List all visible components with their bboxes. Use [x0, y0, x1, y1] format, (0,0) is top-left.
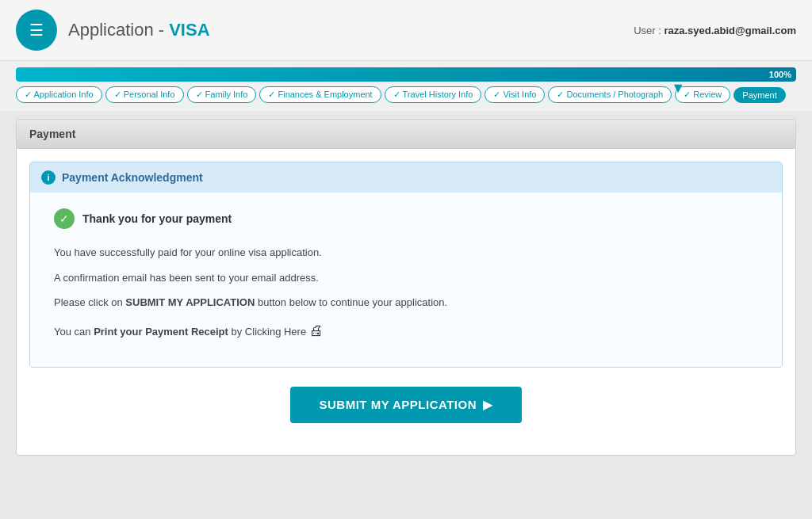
- ack-line-4-prefix: You can: [54, 326, 94, 338]
- success-row: ✓ Thank you for your payment: [54, 208, 758, 229]
- header-left: ☰ Application - VISA: [16, 10, 210, 51]
- step-family-info[interactable]: ✓ Family Info: [187, 86, 257, 103]
- info-icon: i: [41, 170, 56, 185]
- ack-line-3: Please click on SUBMIT MY APPLICATION bu…: [54, 295, 758, 311]
- logo-icon: ☰: [29, 22, 44, 38]
- submit-button-label: SUBMIT MY APPLICATION: [319, 398, 477, 411]
- acknowledgment-header: i Payment Acknowledgment: [30, 162, 782, 193]
- submit-application-button[interactable]: SUBMIT MY APPLICATION ▶: [290, 387, 521, 423]
- main-container: Payment i Payment Acknowledgment ✓ Thank…: [16, 119, 796, 456]
- app-label: Application -: [68, 20, 169, 40]
- submit-arrow-icon: ▶: [483, 398, 493, 412]
- ack-line-3-prefix: Please click on: [54, 296, 125, 308]
- step-application-info[interactable]: ✓ Application Info: [16, 86, 102, 103]
- print-link[interactable]: 🖨: [309, 320, 324, 342]
- step-documents-photograph[interactable]: ✓ Documents / Photograph: [548, 86, 672, 103]
- steps-bar: ▼ ✓ Application Info ✓ Personal Info ✓ F…: [0, 82, 812, 111]
- app-title-bold: VISA: [169, 20, 209, 40]
- submit-area: SUBMIT MY APPLICATION ▶: [29, 368, 783, 442]
- acknowledgment-content: ✓ Thank you for your payment You have su…: [30, 193, 782, 367]
- success-checkmark-icon: ✓: [54, 208, 75, 229]
- panel-header: Payment: [17, 120, 795, 149]
- ack-line-2: A confirmation email has been sent to yo…: [54, 270, 758, 286]
- panel-body: i Payment Acknowledgment ✓ Thank you for…: [17, 149, 795, 455]
- step-personal-info[interactable]: ✓ Personal Info: [105, 86, 184, 103]
- ack-line-3-suffix: button below to continue your applicatio…: [255, 296, 447, 308]
- printer-icon: 🖨: [309, 320, 324, 342]
- step-travel-history-info[interactable]: ✓ Travel History Info: [385, 86, 482, 103]
- user-label: User :: [634, 25, 661, 36]
- progress-label: 100%: [769, 70, 791, 79]
- user-info: User : raza.syed.abid@gmail.com: [634, 25, 796, 36]
- panel-title: Payment: [29, 128, 75, 140]
- acknowledgment-header-title: Payment Acknowledgment: [62, 171, 203, 184]
- logo-circle: ☰: [16, 10, 57, 51]
- user-email: raza.syed.abid@gmail.com: [664, 25, 796, 36]
- progress-bar-container: 100%: [0, 61, 812, 82]
- ack-line-1: You have successfully paid for your onli…: [54, 245, 758, 261]
- step-payment[interactable]: Payment: [733, 87, 785, 103]
- app-title: Application - VISA: [68, 20, 210, 40]
- ack-line-4: You can Print your Payment Receipt by Cl…: [54, 320, 758, 342]
- step-visit-info[interactable]: ✓ Visit Info: [485, 86, 545, 103]
- app-header: ☰ Application - VISA User : raza.syed.ab…: [0, 0, 812, 61]
- acknowledgment-box: i Payment Acknowledgment ✓ Thank you for…: [29, 162, 783, 368]
- step-arrow-indicator: ▼: [671, 80, 685, 97]
- print-receipt-link[interactable]: Print your Payment Receipt: [94, 326, 228, 338]
- ack-line-3-bold: SUBMIT MY APPLICATION: [125, 296, 255, 308]
- success-message: Thank you for your payment: [82, 212, 232, 225]
- step-finances-employment[interactable]: ✓ Finances & Employment: [259, 86, 381, 103]
- ack-line-4-suffix: by Clicking Here: [228, 326, 306, 338]
